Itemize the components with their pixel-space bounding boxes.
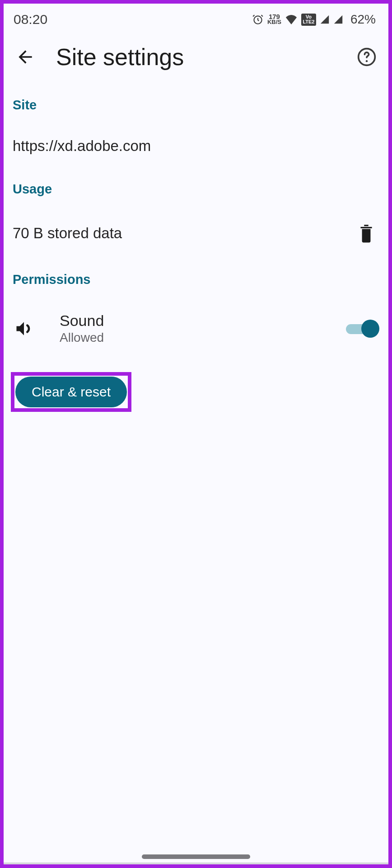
toggle-thumb	[361, 320, 379, 338]
status-time: 08:20	[14, 12, 47, 27]
volte-icon: Vo LTE2	[301, 14, 316, 26]
permission-text: Sound Allowed	[60, 312, 322, 345]
svg-point-2	[366, 60, 368, 62]
device-frame: 08:20 179 KB/S Vo LTE2	[0, 0, 392, 868]
site-url[interactable]: https://xd.adobe.com	[13, 137, 379, 155]
trash-icon	[358, 223, 375, 243]
sound-toggle[interactable]	[346, 320, 379, 338]
help-button[interactable]	[355, 45, 378, 69]
alarm-icon	[252, 14, 264, 25]
app-header: Site settings	[4, 35, 388, 84]
delete-data-button[interactable]	[356, 222, 377, 245]
usage-section-label: Usage	[13, 182, 379, 197]
help-circle-icon	[357, 47, 377, 67]
status-right: 179 KB/S Vo LTE2 62%	[252, 12, 376, 27]
permissions-section-label: Permissions	[13, 272, 379, 287]
site-section-label: Site	[13, 98, 379, 113]
permission-status: Allowed	[60, 330, 322, 345]
wifi-icon	[285, 14, 298, 24]
battery-level: 62%	[350, 12, 376, 27]
signal-icon-1	[320, 14, 330, 24]
sound-icon	[13, 317, 35, 340]
content: Site https://xd.adobe.com Usage 70 B sto…	[4, 84, 388, 412]
network-speed: 179 KB/S	[267, 14, 281, 25]
nav-indicator[interactable]	[142, 854, 250, 859]
signal-icon-2	[333, 14, 343, 24]
bottom-edge	[4, 863, 388, 864]
status-bar: 08:20 179 KB/S Vo LTE2	[4, 4, 388, 35]
status-icons: 179 KB/S Vo LTE2	[252, 14, 343, 26]
clear-reset-button[interactable]: Clear & reset	[15, 377, 127, 407]
permission-sound-row[interactable]: Sound Allowed	[13, 312, 379, 345]
permission-title: Sound	[60, 312, 322, 330]
arrow-left-icon	[15, 47, 35, 67]
page-title: Site settings	[56, 43, 336, 71]
back-button[interactable]	[14, 45, 37, 69]
usage-value: 70 B stored data	[13, 225, 122, 242]
clear-reset-highlight: Clear & reset	[11, 372, 131, 412]
usage-row: 70 B stored data	[13, 222, 379, 245]
